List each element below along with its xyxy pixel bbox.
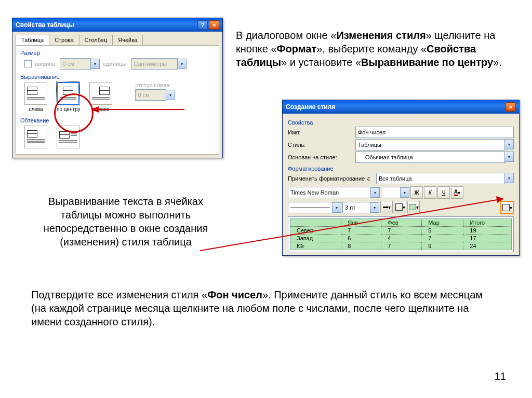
based-on-label: Основан на стиле:: [288, 154, 355, 160]
chevron-down-icon[interactable]: ▾: [505, 139, 514, 149]
page-number: 11: [495, 370, 506, 382]
instruction-paragraph-1: В диалоговом окне «Изменения стиля» щелк…: [236, 29, 511, 69]
width-label: ширина:: [35, 61, 57, 67]
tab-cell[interactable]: Ячейка: [112, 35, 143, 45]
size-group-label: Размер: [20, 50, 215, 56]
units-select: [131, 58, 178, 70]
apply-to-label: Применить форматирование к:: [288, 175, 376, 182]
chevron-down-icon[interactable]: ▾: [371, 187, 380, 198]
italic-button[interactable]: К: [424, 186, 436, 199]
dialog-body: Размер ширина: ▾ единицы: ▾ Выравнивание…: [16, 45, 219, 155]
alignment-group-label: Выравнивание: [20, 74, 215, 80]
instruction-paragraph-3: Подтвердите все изменения стиля «Фон чис…: [31, 288, 488, 328]
indent-input: [135, 89, 166, 101]
chevron-down-icon[interactable]: ▾: [401, 187, 409, 198]
style-select[interactable]: [355, 139, 505, 150]
tab-column[interactable]: Столбец: [79, 35, 113, 45]
underline-button[interactable]: Ч: [437, 186, 450, 199]
font-size-select[interactable]: [381, 187, 401, 198]
titlebar: Свойства таблицы ? ✕: [12, 18, 222, 32]
help-icon[interactable]: ?: [197, 20, 208, 30]
wrap-none-option[interactable]: [24, 126, 47, 148]
close-icon[interactable]: ✕: [506, 102, 516, 112]
dialog-title: Свойства таблицы: [16, 21, 74, 29]
width-checkbox[interactable]: [24, 60, 32, 67]
spinner-icon: ▾: [166, 90, 175, 100]
width-input: [60, 58, 91, 70]
units-label: единицы:: [103, 61, 128, 67]
tab-row[interactable]: Строка: [49, 35, 79, 45]
properties-group: Свойства: [288, 119, 514, 126]
highlight-circle: [54, 93, 94, 133]
instruction-paragraph-2: Выравнивание текста в ячейках таблицы мо…: [37, 195, 214, 249]
close-icon[interactable]: ✕: [209, 20, 219, 30]
dialog-title: Создание стиля: [286, 103, 335, 111]
based-on-select[interactable]: [355, 152, 505, 163]
spinner-icon: ▾: [91, 59, 100, 69]
svg-marker-1: [91, 106, 99, 113]
bold-button[interactable]: Ж: [410, 186, 423, 199]
tab-table[interactable]: Таблица: [16, 35, 49, 45]
svg-line-2: [200, 200, 497, 251]
apply-to-select[interactable]: [376, 173, 505, 184]
titlebar: Создание стиля ✕: [283, 100, 519, 114]
indent-label: отступ слева:: [135, 82, 175, 88]
font-color-button[interactable]: A▾: [451, 186, 463, 199]
wrap-group-label: Обтекание: [20, 117, 215, 123]
formatting-group: Форматирование: [288, 166, 514, 172]
font-select[interactable]: [288, 187, 371, 198]
name-input[interactable]: [355, 127, 514, 138]
tab-strip: Таблица Строка Столбец Ячейка: [12, 32, 222, 45]
arrow-to-center: [91, 106, 184, 117]
align-left-option[interactable]: слева: [24, 82, 47, 112]
chevron-down-icon[interactable]: ▾: [505, 173, 514, 183]
arrow-to-cell-align: [200, 199, 512, 256]
name-label: Имя:: [288, 129, 355, 135]
font-toolbar: ▾ ▾ Ж К Ч A▾: [288, 186, 514, 199]
chevron-down-icon: ▾: [178, 59, 187, 69]
style-label: Стиль:: [288, 142, 355, 148]
table-properties-dialog: Свойства таблицы ? ✕ Таблица Строка Стол…: [12, 18, 223, 158]
chevron-down-icon[interactable]: ▾: [505, 152, 514, 162]
